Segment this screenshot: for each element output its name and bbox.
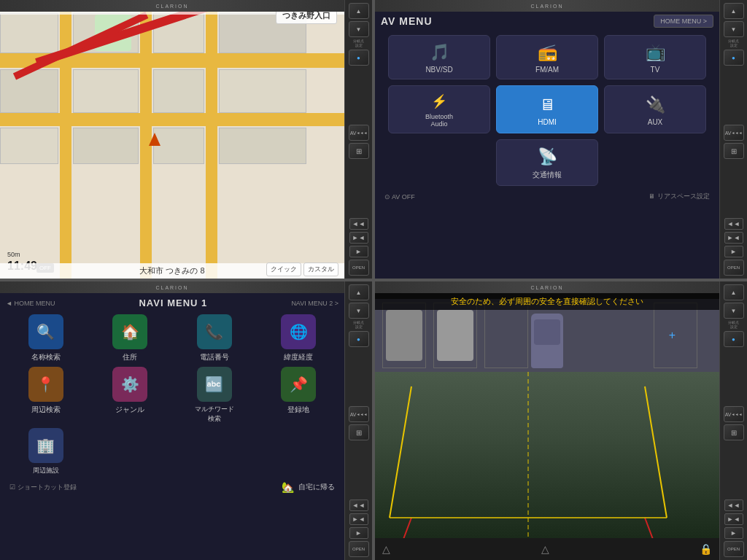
nearby-label: 周辺検索 <box>31 405 61 415</box>
navi-item-name-search[interactable]: 🔍 名称検索 <box>6 314 86 362</box>
bluetooth-icon: ⚡ <box>431 93 447 109</box>
navi-header-bar: CLARION <box>0 281 344 293</box>
quick-btn[interactable]: クイック <box>266 262 301 276</box>
av-header-bar: CLARION <box>375 0 719 12</box>
home-nav-icon: 🏡 <box>282 481 294 493</box>
cam4-grid-btn[interactable]: ⊞ <box>724 424 744 440</box>
av-brand: CLARION <box>530 4 563 9</box>
navi-item-nearby[interactable]: 📍 周辺検索 <box>6 367 86 424</box>
phone-icon: 📞 <box>197 314 232 349</box>
av-item-aux[interactable]: 🔌 AUX <box>604 85 706 133</box>
address-label: 住所 <box>123 352 137 362</box>
av2-next-btn[interactable]: ►◄ <box>724 232 743 244</box>
av-rear-label[interactable]: 🖥 リアスペース設定 <box>649 192 710 201</box>
av-top-bar: AV MENU HOME MENU > <box>381 15 713 28</box>
av2-up-btn[interactable]: ▲ <box>724 3 744 19</box>
navi3-fwd-btn[interactable]: ► <box>349 527 368 539</box>
av-item-tv[interactable]: 📺 TV <box>604 35 706 79</box>
multiword-icon: 🔤 <box>197 367 232 402</box>
navi-item-phone[interactable]: 📞 電話番号 <box>174 314 255 362</box>
navi3-up-btn[interactable]: ▲ <box>349 284 369 300</box>
av2-blue-dot: ● <box>724 50 744 66</box>
svg-line-1 <box>645 386 667 518</box>
av-title: AV MENU <box>381 15 433 27</box>
navi3-grid-btn[interactable]: ⊞ <box>349 424 369 440</box>
panel-av-menu: CLARION AV MENU HOME MENU > 🎵 NBV/SD 📻 F… <box>375 0 747 279</box>
av2-open-btn[interactable]: OPEN <box>724 260 744 276</box>
navi3-av-btn[interactable]: AV◄◄◄ <box>349 406 369 422</box>
cam4-blue-dot: ● <box>724 331 744 347</box>
av-item-fmam[interactable]: 📻 FM/AM <box>496 35 598 79</box>
cam4-av-btn[interactable]: AV◄◄◄ <box>724 406 744 422</box>
tv-label: TV <box>651 66 660 74</box>
nav-brand: CLARION <box>155 4 188 9</box>
av2-down-btn[interactable]: ▼ <box>724 21 744 37</box>
cam4-prev-btn[interactable]: ◄◄ <box>724 499 743 511</box>
navi3-down-btn[interactable]: ▼ <box>349 303 369 319</box>
navi3-next-btn[interactable]: ►◄ <box>349 513 368 525</box>
multiword-label: マルチワード検索 <box>195 405 234 424</box>
cam4-next-btn[interactable]: ►◄ <box>724 513 743 525</box>
av-item-bluetooth[interactable]: ⚡ BluetoothAudio <box>388 85 490 133</box>
hdmi-label: HDMI <box>538 118 557 126</box>
navi-shortcut-reg[interactable]: ☑ ショートカット登録 <box>9 483 77 492</box>
registered-icon: 📌 <box>281 367 316 402</box>
av-items-grid: 🎵 NBV/SD 📻 FM/AM 📺 TV ⚡ BluetoothAud <box>381 35 713 186</box>
map-background[interactable]: 🗺 ↱ 🔊 つきみ野入口 50m 11:49 OFF 大和市 つきみの 8 クイ… <box>0 0 344 279</box>
nav-prev-btn[interactable]: ◄◄ <box>349 218 368 230</box>
nav-fwd-btn[interactable]: ► <box>349 246 368 257</box>
navi-item-registered[interactable]: 📌 登録地 <box>259 367 339 424</box>
navi-item-coords[interactable]: 🌐 緯度経度 <box>259 314 339 362</box>
nbv-icon: 🎵 <box>430 43 449 62</box>
registered-label: 登録地 <box>287 405 309 415</box>
traffic-icon: 📡 <box>538 147 557 166</box>
av-home-btn[interactable]: HOME MENU > <box>654 15 713 28</box>
navi-item-genre[interactable]: ⚙️ ジャンル <box>90 367 171 424</box>
nav-next-btn[interactable]: ►◄ <box>349 232 368 244</box>
navi3-prev-btn[interactable]: ◄◄ <box>349 499 368 511</box>
navi-item-multiword[interactable]: 🔤 マルチワード検索 <box>174 367 255 424</box>
av-menu-screen: CLARION AV MENU HOME MENU > 🎵 NBV/SD 📻 F… <box>375 0 719 279</box>
navi3-open-btn[interactable]: OPEN <box>349 541 369 557</box>
av2-fwd-btn[interactable]: ► <box>724 246 743 257</box>
cam-warning-text: 安全のため、必ず周囲の安全を直接確認してください <box>375 293 719 310</box>
av-off-label[interactable]: ⊙ AV OFF <box>384 193 415 201</box>
nav-address-bar: 大和市 つきみの 8 クイック カスタル <box>0 263 344 279</box>
cam-lock-icon: 🔒 <box>700 543 712 555</box>
av-item-traffic[interactable]: 📡 交通情報 <box>496 139 598 186</box>
navi-item-address[interactable]: 🏠 住所 <box>90 314 171 362</box>
navi-menu2-link[interactable]: NAVI MENU 2 > <box>291 300 338 307</box>
nav-up-btn[interactable]: ▲ <box>349 3 369 19</box>
nav-scale: 50m <box>7 251 20 258</box>
av2-prev-btn[interactable]: ◄◄ <box>724 218 743 230</box>
navi-items-grid: 🔍 名称検索 🏠 住所 📞 電話番号 🌐 緯度経度 <box>6 314 338 475</box>
svg-line-0 <box>390 386 411 518</box>
bluetooth-label: BluetoothAudio <box>425 113 453 128</box>
nav-position-arrow <box>149 133 160 146</box>
cam4-down-btn[interactable]: ▼ <box>724 303 744 319</box>
navi-bottom-bar: ☑ ショートカット登録 🏡 自宅に帰る <box>6 481 338 493</box>
nav-grid-btn[interactable]: ⊞ <box>349 143 369 159</box>
aux-icon: 🔌 <box>646 96 665 114</box>
av-item-hdmi[interactable]: 🖥 HDMI <box>496 85 598 133</box>
cam4-fwd-btn[interactable]: ► <box>724 527 743 539</box>
custom-btn[interactable]: カスタル <box>303 262 338 276</box>
nav-down-btn[interactable]: ▼ <box>349 21 369 37</box>
cam-side-controls: ▲ ▼ 分岐点設定 ● AV◄◄◄ ⊞ ◄◄ ►◄ ► OPEN <box>719 281 747 560</box>
panel-nav-map: CLARION <box>0 0 372 279</box>
nearby2-icon: 🏢 <box>28 428 63 463</box>
navi-item-nearby2[interactable]: 🏢 周辺施設 <box>6 428 86 475</box>
svg-line-3 <box>645 518 667 538</box>
av2-grid-btn[interactable]: ⊞ <box>724 143 744 159</box>
cam4-up-btn[interactable]: ▲ <box>724 284 744 300</box>
nav-open-btn[interactable]: OPEN <box>349 260 369 276</box>
nbv-label: NBV/SD <box>425 66 452 74</box>
nav-av-btn[interactable]: AV◄◄◄ <box>349 125 369 141</box>
aux-label: AUX <box>648 118 663 126</box>
av-item-nbv[interactable]: 🎵 NBV/SD <box>388 35 490 79</box>
navi-go-home[interactable]: 🏡 自宅に帰る <box>282 481 335 493</box>
nav-side-label1: 分岐点設定 <box>353 39 364 47</box>
navi-home-link[interactable]: ◄ HOME MENU <box>6 300 55 307</box>
cam4-open-btn[interactable]: OPEN <box>724 541 744 557</box>
av2-av-btn[interactable]: AV◄◄◄ <box>724 125 744 141</box>
